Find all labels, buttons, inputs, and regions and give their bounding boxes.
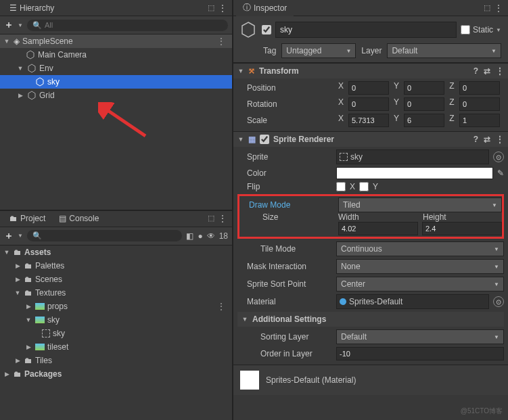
folder-packages[interactable]: ▶ 🖿 Packages [0,367,232,381]
help-icon[interactable]: ? [474,66,478,76]
texture-props[interactable]: ▶ props ⋮ [0,300,232,313]
flip-y-toggle[interactable] [359,182,369,191]
position-y-field[interactable] [404,81,444,95]
mask-dropdown[interactable]: None▼ [336,259,504,274]
sorting-layer-dropdown[interactable]: Default▼ [336,329,504,344]
scale-z-field[interactable] [459,114,500,127]
menu-icon[interactable]: ⋮ [496,135,504,144]
rotation-z-field[interactable] [459,97,500,111]
texture-sky[interactable]: ▼ sky [0,313,232,327]
lock-icon[interactable]: ⬚ [208,3,214,13]
foldout-icon[interactable]: ▶ [14,262,22,269]
position-x-field[interactable] [348,81,389,95]
foldout-icon[interactable]: ▼ [14,289,22,296]
tile-mode-dropdown[interactable]: Continuous▼ [336,241,504,256]
order-field[interactable] [336,347,504,360]
foldout-icon[interactable]: ▶ [24,344,32,350]
spriterenderer-enabled-toggle[interactable] [260,135,269,144]
flip-x-toggle[interactable] [336,182,346,191]
lock-icon[interactable]: ⬚ [208,214,214,223]
foldout-icon[interactable]: ▼ [241,316,248,323]
sprite-thumb-icon [340,153,348,161]
folder-icon: 🖿 [14,369,22,379]
item-menu-icon[interactable]: ⋮ [217,302,225,311]
gameobject-active-toggle[interactable] [262,25,271,34]
add-button[interactable]: ＋ [4,230,14,242]
preset-icon[interactable]: ⇄ [484,135,490,144]
foldout-icon[interactable]: ▼ [3,38,11,45]
additional-title: Additional Settings [252,314,326,324]
filter-icon[interactable]: ◧ [186,231,193,241]
height-field[interactable] [422,222,502,235]
additional-settings-header[interactable]: ▼ Additional Settings [237,312,504,327]
object-picker-button[interactable]: ⊙ [493,151,504,162]
foldout-icon[interactable]: ▼ [237,136,244,143]
project-search[interactable]: 🔍 [27,230,182,241]
object-picker-button[interactable]: ⊙ [493,296,504,307]
preset-icon[interactable]: ⇄ [484,66,490,76]
position-z-field[interactable] [459,81,500,95]
eyedropper-icon[interactable]: ✎ [497,168,504,178]
color-field[interactable] [336,167,493,179]
spriterenderer-header[interactable]: ▼ ▦ Sprite Renderer ? ⇄ ⋮ [233,132,508,147]
add-dropdown[interactable]: ▼ [18,233,23,239]
width-field[interactable] [338,222,418,235]
draw-mode-dropdown[interactable]: Tiled▼ [338,197,502,212]
tab-hierarchy[interactable]: ☰ Hierarchy [3,1,61,16]
foldout-icon[interactable]: ▶ [14,276,22,283]
hierarchy-item-env[interactable]: ▼ Env [0,62,232,75]
scale-x-field[interactable] [348,114,389,127]
hierarchy-search-input[interactable] [45,21,223,29]
favorite-icon[interactable]: ● [198,231,202,241]
folder-assets[interactable]: ▼ 🖿 Assets [0,246,232,259]
menu-icon[interactable]: ⋮ [218,3,227,13]
folder-scenes[interactable]: ▶ 🖿 Scenes [0,273,232,286]
scene-menu-icon[interactable]: ⋮ [217,37,225,46]
material-footer[interactable]: Sprites-Default (Material) [233,365,508,395]
hierarchy-search[interactable]: 🔍 [27,20,228,31]
lock-icon[interactable]: ⬚ [484,3,490,13]
foldout-icon[interactable]: ▼ [3,249,11,256]
tab-inspector[interactable]: ⓘ Inspector [236,0,294,16]
tab-project[interactable]: 🖿 Project [3,211,52,226]
width-label: Width [338,212,359,222]
hierarchy-item-grid[interactable]: ▶ Grid [0,89,232,102]
hierarchy-item-maincamera[interactable]: Main Camera [0,48,232,62]
folder-textures[interactable]: ▼ 🖿 Textures [0,286,232,300]
scale-y-field[interactable] [404,114,444,127]
foldout-icon[interactable]: ▶ [16,92,24,99]
foldout-icon[interactable]: ▼ [24,317,32,323]
foldout-icon[interactable]: ▶ [3,371,11,377]
menu-icon[interactable]: ⋮ [494,3,503,13]
project-search-input[interactable] [45,232,177,240]
hierarchy-item-sky[interactable]: sky [0,75,232,89]
sprite-field[interactable]: sky [336,149,489,164]
help-icon[interactable]: ? [474,135,478,144]
rotation-y-field[interactable] [404,97,444,111]
menu-icon[interactable]: ⋮ [218,214,227,223]
menu-icon[interactable]: ⋮ [496,66,504,76]
transform-title: Transform [259,66,299,76]
add-dropdown[interactable]: ▼ [18,22,23,28]
material-field[interactable]: Sprites-Default [336,294,489,309]
hidden-icon[interactable]: 👁 [207,231,215,241]
rotation-x-field[interactable] [348,97,389,111]
texture-tileset[interactable]: ▶ tileset [0,340,232,354]
foldout-icon[interactable]: ▼ [16,65,24,72]
add-button[interactable]: ＋ [4,19,14,31]
layer-dropdown[interactable]: Default▼ [387,43,501,58]
gameobject-name-field[interactable] [275,22,457,38]
folder-palettes[interactable]: ▶ 🖿 Palettes [0,259,232,273]
static-dropdown[interactable]: ▼ [496,27,501,33]
sortpoint-dropdown[interactable]: Center▼ [336,277,504,291]
tag-dropdown[interactable]: Untagged▼ [281,43,356,58]
foldout-icon[interactable]: ▶ [14,357,22,364]
folder-tiles[interactable]: ▶ 🖿 Tiles [0,354,232,367]
transform-header[interactable]: ▼ ⤧ Transform ? ⇄ ⋮ [233,64,508,78]
scene-row[interactable]: ▼ ◈ SampleScene ⋮ [0,34,232,48]
sprite-sky[interactable]: sky [0,327,232,340]
foldout-icon[interactable]: ▶ [24,303,32,310]
tab-console[interactable]: ▤ Console [52,211,106,226]
foldout-icon[interactable]: ▼ [237,68,244,74]
static-toggle[interactable] [461,25,470,34]
